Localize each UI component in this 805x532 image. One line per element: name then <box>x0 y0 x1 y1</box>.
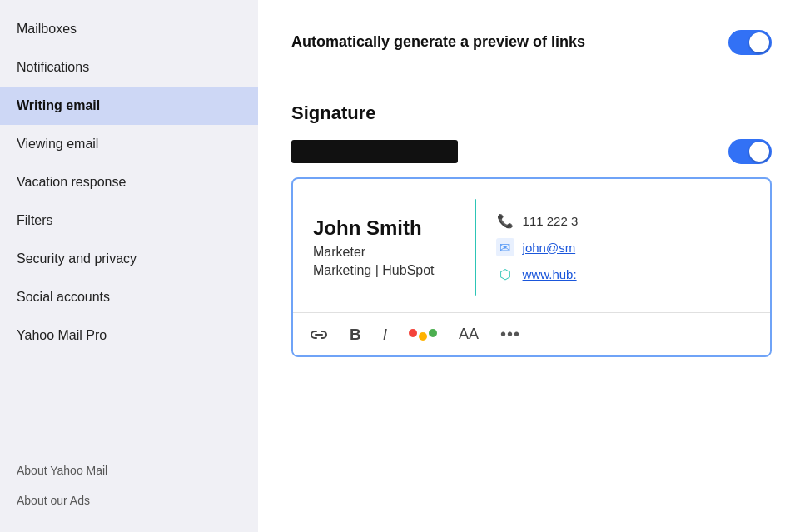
signature-contact: 📞 111 222 3 ✉ john@sm ⬡ www.hub: <box>496 199 753 296</box>
bold-label: B <box>350 326 361 344</box>
signature-section: Signature John Smith Marketer Marketing … <box>291 102 772 357</box>
italic-button[interactable]: I <box>380 322 390 347</box>
signature-name-row <box>291 139 772 164</box>
auto-preview-label: Automatically generate a preview of link… <box>291 32 585 52</box>
italic-label: I <box>383 326 387 344</box>
sidebar-item-viewing-email[interactable]: Viewing email <box>0 125 258 163</box>
signature-card: John Smith Marketer Marketing | HubSpot … <box>291 177 772 357</box>
signature-toggle[interactable] <box>728 139 772 164</box>
sig-company: Marketing | HubSpot <box>313 263 435 278</box>
color-dots <box>409 329 437 341</box>
signature-card-body: John Smith Marketer Marketing | HubSpot … <box>293 179 770 312</box>
sidebar-item-filters[interactable]: Filters <box>0 201 258 240</box>
sig-phone: 111 222 3 <box>523 214 579 228</box>
font-size-button[interactable]: AA <box>455 322 482 346</box>
section-divider <box>291 82 772 82</box>
toggle-track-signature[interactable] <box>728 139 772 164</box>
sig-web-row: ⬡ www.hub: <box>496 265 753 283</box>
sig-website[interactable]: www.hub: <box>523 267 577 281</box>
sidebar-item-notifications[interactable]: Notifications <box>0 48 258 87</box>
font-size-label: AA <box>459 326 479 343</box>
sig-name: John Smith <box>313 216 435 240</box>
main-content: Automatically generate a preview of link… <box>258 0 805 532</box>
bold-button[interactable]: B <box>346 322 365 347</box>
sidebar-item-social-accounts[interactable]: Social accounts <box>0 278 258 316</box>
phone-icon: 📞 <box>496 211 514 230</box>
sidebar-item-security-privacy[interactable]: Security and privacy <box>0 240 258 278</box>
more-button[interactable]: ••• <box>497 321 524 347</box>
sidebar-item-writing-email[interactable]: Writing email <box>0 87 258 125</box>
sig-vertical-divider <box>475 199 476 296</box>
sidebar: MailboxesNotificationsWriting emailViewi… <box>0 0 258 532</box>
sidebar-footer-item-about-yahoo-mail[interactable]: About Yahoo Mail <box>0 455 258 485</box>
color-dot-red <box>409 329 417 337</box>
sig-title: Marketer <box>313 245 435 260</box>
sidebar-item-mailboxes[interactable]: Mailboxes <box>0 10 258 48</box>
color-dot-yellow <box>419 332 427 341</box>
web-icon: ⬡ <box>496 265 514 283</box>
sidebar-footer: About Yahoo MailAbout our Ads <box>0 455 258 522</box>
sidebar-item-vacation-response[interactable]: Vacation response <box>0 163 258 201</box>
sig-email-row: ✉ john@sm <box>496 238 753 256</box>
link-button[interactable] <box>306 325 331 345</box>
signature-toolbar: B I AA ••• <box>293 312 770 355</box>
sig-email[interactable]: john@sm <box>523 241 576 255</box>
color-dot-green <box>429 329 437 337</box>
toggle-track-auto-preview[interactable] <box>728 30 772 55</box>
color-button[interactable] <box>405 326 440 344</box>
signature-name-redacted <box>291 140 458 163</box>
sidebar-item-yahoo-mail-pro[interactable]: Yahoo Mail Pro <box>0 316 258 355</box>
auto-preview-setting: Automatically generate a preview of link… <box>291 30 772 55</box>
email-icon: ✉ <box>496 238 514 256</box>
auto-preview-toggle[interactable] <box>728 30 772 55</box>
sig-phone-row: 📞 111 222 3 <box>496 211 753 230</box>
sidebar-footer-item-about-our-ads[interactable]: About our Ads <box>0 485 258 515</box>
signature-section-title: Signature <box>291 102 772 124</box>
more-label: ••• <box>500 325 520 344</box>
signature-identity: John Smith Marketer Marketing | HubSpot <box>313 199 455 296</box>
